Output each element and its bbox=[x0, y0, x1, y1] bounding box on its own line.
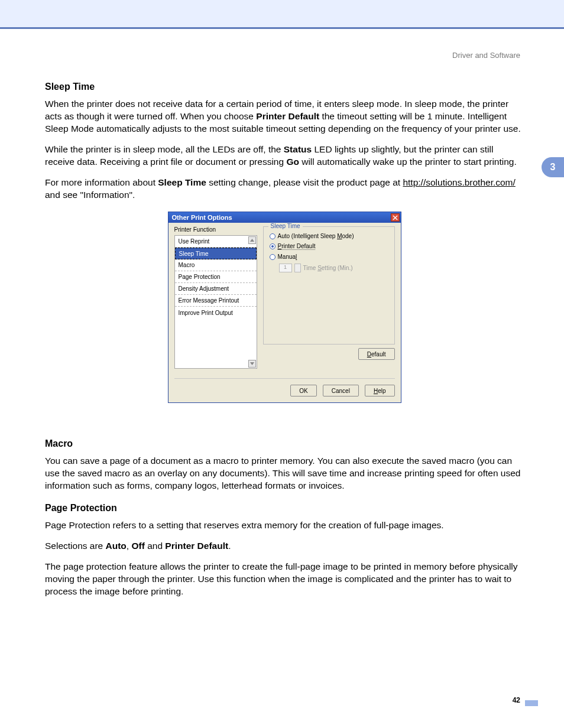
text-bold: Printer Default bbox=[165, 541, 228, 551]
accel: l bbox=[296, 254, 297, 260]
btn-label: elp bbox=[378, 388, 385, 394]
page-protection-p1: Page Protection refers to a setting that… bbox=[45, 519, 524, 532]
btn-label: efault bbox=[371, 351, 385, 358]
sleep-time-p3: For more information about Sleep Time se… bbox=[45, 177, 524, 202]
sleep-time-heading: Sleep Time bbox=[45, 82, 524, 92]
text-bold: Status bbox=[284, 144, 312, 154]
page-protection-heading: Page Protection bbox=[45, 503, 524, 514]
page-number-accent bbox=[525, 700, 538, 706]
radio-label: ode) bbox=[342, 233, 354, 239]
scroll-down-icon[interactable] bbox=[248, 360, 256, 368]
text-bold: Off bbox=[131, 541, 144, 551]
radio-printer-default[interactable]: Printer Default bbox=[270, 243, 388, 250]
macro-heading: Macro bbox=[45, 438, 524, 449]
text: will automatically wake up the printer t… bbox=[299, 157, 517, 167]
text: and see "Information". bbox=[45, 190, 135, 200]
page-top-bg bbox=[0, 0, 564, 27]
default-button[interactable]: Default bbox=[358, 348, 395, 360]
list-item[interactable]: Density Adjustment bbox=[175, 283, 257, 295]
window-title: Other Print Options bbox=[172, 214, 232, 221]
group-legend: Sleep Time bbox=[268, 223, 303, 229]
page-top-rule bbox=[0, 27, 564, 29]
spinner-icon bbox=[294, 264, 301, 272]
text: Selections are bbox=[45, 541, 106, 551]
radio-manual[interactable]: Manual bbox=[270, 254, 388, 260]
sleep-time-group: Sleep Time Auto (Intelligent Sleep Mode)… bbox=[263, 226, 395, 344]
page-number: 42 bbox=[513, 696, 520, 704]
list-item[interactable]: Improve Print Output bbox=[175, 307, 257, 318]
time-setting-input: 1 bbox=[279, 264, 292, 272]
printer-function-label: Printer Function bbox=[174, 226, 257, 233]
help-button[interactable]: Help bbox=[365, 385, 395, 396]
other-print-options-window: Other Print Options Printer Function Use… bbox=[168, 212, 401, 403]
radio-icon bbox=[270, 243, 275, 249]
section-header: Driver and Software bbox=[452, 51, 520, 60]
accel: S bbox=[317, 265, 322, 271]
ok-button[interactable]: OK bbox=[290, 385, 316, 396]
page-protection-p2: Selections are Auto, Off and Printer Def… bbox=[45, 540, 524, 552]
text-bold: Sleep Time bbox=[158, 177, 206, 187]
window-titlebar: Other Print Options bbox=[168, 212, 401, 223]
radio-label: Auto (Intelligent Sleep bbox=[278, 233, 338, 239]
radio-label: Manua bbox=[278, 254, 296, 260]
list-item-selected[interactable]: Sleep Time bbox=[175, 248, 257, 259]
list-item[interactable]: Macro bbox=[175, 259, 257, 271]
text-bold: Go bbox=[286, 157, 299, 167]
sleep-time-p1: When the printer does not receive data f… bbox=[45, 98, 524, 135]
radio-label: rinter Default bbox=[281, 243, 315, 249]
close-icon[interactable] bbox=[391, 213, 400, 222]
text: For more information about bbox=[45, 177, 158, 187]
solutions-link[interactable]: http://solutions.brother.com/ bbox=[403, 177, 515, 187]
text-bold: Printer Default bbox=[256, 111, 319, 121]
radio-icon bbox=[270, 254, 275, 260]
time-setting-row: 1 Time Setting (Min.) bbox=[279, 264, 388, 272]
page-protection-p3: The page protection feature allows the p… bbox=[45, 561, 524, 598]
accel: H bbox=[374, 388, 378, 394]
list-item[interactable]: Page Protection bbox=[175, 271, 257, 283]
text-bold: Auto bbox=[106, 541, 127, 551]
text: While the printer is in sleep mode, all … bbox=[45, 144, 284, 154]
cancel-button[interactable]: Cancel bbox=[323, 385, 359, 396]
time-setting-label: etting (Min.) bbox=[322, 265, 353, 271]
sleep-time-p2: While the printer is in sleep mode, all … bbox=[45, 144, 524, 168]
scroll-up-icon[interactable] bbox=[248, 236, 256, 244]
list-item[interactable]: Error Message Printout bbox=[175, 295, 257, 307]
text: and bbox=[145, 541, 165, 551]
text: setting change, please visit the product… bbox=[206, 177, 403, 187]
text: . bbox=[228, 541, 231, 551]
radio-auto[interactable]: Auto (Intelligent Sleep Mode) bbox=[270, 233, 388, 239]
printer-function-listbox[interactable]: Use Reprint Sleep Time Macro Page Protec… bbox=[174, 235, 257, 369]
radio-icon bbox=[270, 233, 275, 239]
macro-p1: You can save a page of a document as a m… bbox=[45, 455, 524, 492]
chapter-tab: 3 bbox=[542, 157, 564, 177]
list-item[interactable]: Use Reprint bbox=[175, 236, 257, 248]
time-setting-label: Time bbox=[303, 265, 318, 271]
accel: D bbox=[367, 351, 371, 358]
